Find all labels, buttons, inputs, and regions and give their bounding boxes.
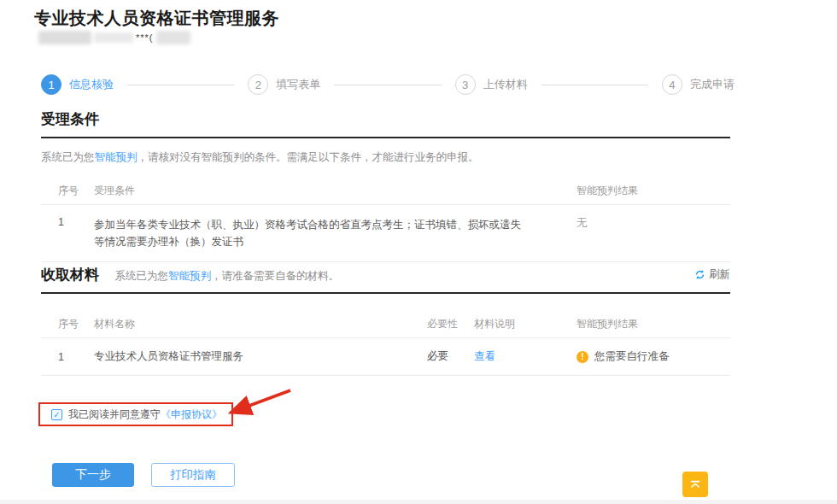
col-result: 智能预判结果 [577, 317, 730, 331]
conditions-table: 序号 受理条件 智能预判结果 1 参加当年各类专业技术（职、执业）资格考试合格的… [41, 178, 730, 262]
intro-text: 系统已为您 [114, 270, 168, 282]
materials-intro: 系统已为您智能预判，请准备需要自备的材料。 [114, 270, 339, 282]
page: 专业技术人员资格证书管理服务 ***( 1 信息核验 2 填写表单 3 上传材料… [0, 0, 837, 504]
back-to-top-button[interactable] [682, 472, 708, 497]
next-step-button[interactable]: 下一步 [52, 463, 134, 487]
intro-text: ，请准备需要自备的材料。 [211, 270, 339, 282]
materials-heading: 收取材料 [41, 265, 99, 284]
warning-icon: ! [577, 351, 588, 363]
predict-result: 无 [577, 216, 730, 231]
annotation-box: ✓ 我已阅读并同意遵守《申报协议》 [38, 402, 233, 426]
conditions-table-header: 序号 受理条件 智能预判结果 [41, 178, 730, 205]
refresh-icon [694, 269, 705, 280]
condition-text: 参加当年各类专业技术（职、执业）资格考试合格的省直考点考生；证书填错、损坏或遗失… [94, 216, 577, 250]
step-complete: 4 完成申请 [662, 74, 735, 95]
smart-predict-link[interactable]: 智能预判 [168, 270, 211, 282]
stepper: 1 信息核验 2 填写表单 3 上传材料 4 完成申请 [41, 74, 735, 95]
table-row: 1 参加当年各类专业技术（职、执业）资格考试合格的省直考点考生；证书填错、损坏或… [41, 205, 730, 262]
materials-table-header: 序号 材料名称 必要性 材料说明 智能预判结果 [41, 311, 730, 338]
col-condition: 受理条件 [94, 184, 577, 198]
redacted-block [38, 31, 91, 44]
step-connector [127, 85, 234, 85]
step-connector [334, 85, 441, 85]
redacted-stars: ***( [136, 32, 154, 43]
conditions-heading: 受理条件 [41, 109, 99, 129]
row-index: 1 [58, 216, 94, 228]
col-result: 智能预判结果 [577, 184, 730, 198]
col-index: 序号 [58, 184, 94, 198]
predict-result-text: 您需要自行准备 [594, 349, 670, 364]
materials-table: 序号 材料名称 必要性 材料说明 智能预判结果 1 专业技术人员资格证书管理服务… [41, 311, 730, 376]
row-index: 1 [58, 351, 94, 363]
step-upload-materials: 3 上传材料 [455, 74, 528, 95]
step-number-badge: 1 [41, 74, 61, 95]
material-name: 专业技术人员资格证书管理服务 [94, 349, 427, 364]
intro-text: ，请核对没有智能预判的条件。需满足以下条件，才能进行业务的申报。 [138, 151, 479, 163]
agreement-label: 我已阅读并同意遵守《申报协议》 [68, 407, 222, 422]
step-number-badge: 2 [248, 74, 268, 95]
step-label: 上传材料 [483, 77, 528, 92]
page-title: 专业技术人员资格证书管理服务 [34, 7, 279, 30]
step-info-check: 1 信息核验 [41, 74, 114, 95]
step-connector [541, 85, 648, 85]
materials-section-header: 刷新 收取材料 系统已为您智能预判，请准备需要自备的材料。 [41, 265, 730, 294]
page-bottom-strip [0, 500, 837, 504]
step-label: 填写表单 [276, 77, 320, 92]
necessity-value: 必要 [427, 349, 474, 364]
agreement-checkbox[interactable]: ✓ [51, 409, 62, 420]
refresh-label: 刷新 [709, 267, 730, 282]
view-material-link[interactable]: 查看 [474, 349, 577, 364]
refresh-button[interactable]: 刷新 [694, 267, 730, 282]
redacted-user-info: ***( [38, 31, 190, 44]
agreement-link[interactable]: 《申报协议》 [161, 408, 222, 420]
col-index: 序号 [58, 317, 94, 331]
step-number-badge: 3 [455, 74, 476, 95]
smart-predict-link[interactable]: 智能预判 [95, 151, 138, 163]
conditions-intro: 系统已为您智能预判，请核对没有智能预判的条件。需满足以下条件，才能进行业务的申报… [41, 150, 479, 165]
redacted-block [94, 32, 133, 43]
conditions-section-header: 受理条件 [41, 109, 730, 138]
step-fill-form: 2 填写表单 [248, 74, 320, 95]
annotation-arrow [215, 383, 301, 424]
back-to-top-icon [688, 477, 703, 492]
redacted-block [156, 31, 190, 44]
predict-result: ! 您需要自行准备 [577, 349, 730, 364]
col-necessity: 必要性 [427, 317, 474, 331]
step-label: 信息核验 [69, 77, 114, 92]
col-description: 材料说明 [474, 317, 577, 331]
col-name: 材料名称 [94, 317, 427, 331]
table-row: 1 专业技术人员资格证书管理服务 必要 查看 ! 您需要自行准备 [41, 338, 730, 376]
agreement-text: 我已阅读并同意遵守 [68, 408, 161, 420]
print-guide-button[interactable]: 打印指南 [151, 463, 235, 487]
step-label: 完成申请 [690, 77, 735, 92]
step-number-badge: 4 [662, 74, 682, 95]
intro-text: 系统已为您 [41, 151, 95, 163]
